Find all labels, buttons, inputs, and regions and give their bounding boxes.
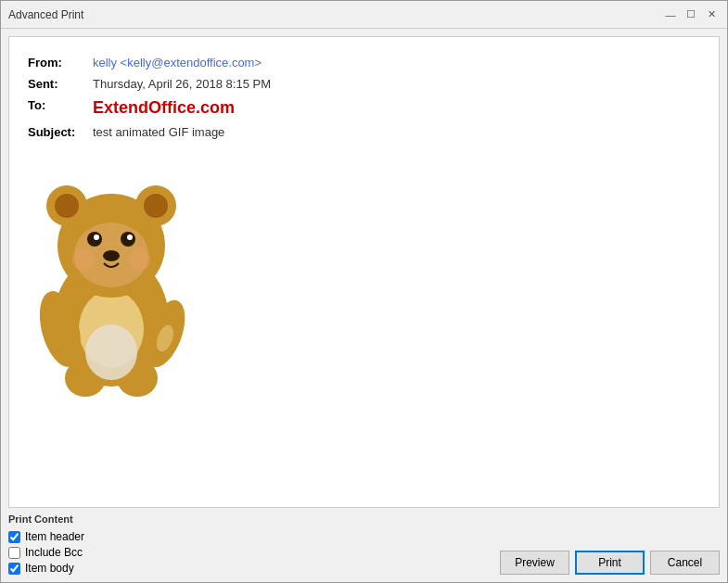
preview-button[interactable]: Preview	[500, 551, 569, 575]
print-content-label: Print Content	[8, 513, 84, 525]
svg-point-11	[127, 234, 133, 240]
svg-point-9	[94, 234, 99, 240]
action-buttons: Preview Print Cancel	[500, 547, 720, 575]
svg-point-13	[72, 248, 95, 271]
from-value: kelly <kelly@extendoffice.com>	[93, 52, 700, 73]
print-button[interactable]: Print	[575, 551, 645, 575]
cancel-button[interactable]: Cancel	[650, 551, 720, 575]
subject-label: Subject:	[28, 121, 93, 143]
include-bcc-checkbox[interactable]	[8, 547, 20, 559]
item-header-label: Item header	[25, 530, 84, 543]
window-title: Advanced Print	[8, 8, 83, 21]
email-header-table: From: kelly <kelly@extendoffice.com> Sen…	[28, 52, 700, 143]
maximize-button[interactable]: ☐	[683, 6, 699, 23]
bear-svg	[28, 158, 195, 399]
svg-point-6	[144, 194, 168, 218]
item-body-label: Item body	[25, 562, 74, 575]
email-preview-area: From: kelly <kelly@extendoffice.com> Sen…	[8, 36, 720, 508]
maximize-icon: ☐	[686, 8, 696, 20]
close-button[interactable]: ✕	[703, 6, 720, 23]
svg-point-19	[85, 324, 137, 380]
main-content: From: kelly <kelly@extendoffice.com> Sen…	[1, 29, 727, 582]
bear-image	[28, 158, 195, 399]
minimize-icon: ―	[666, 9, 676, 20]
minimize-button[interactable]: ―	[662, 6, 679, 23]
to-value: ExtendOffice.com	[93, 95, 700, 121]
item-header-checkbox-row[interactable]: Item header	[8, 530, 84, 543]
close-icon: ✕	[708, 8, 716, 20]
titlebar: Advanced Print ― ☐ ✕	[1, 1, 727, 29]
svg-point-4	[55, 194, 79, 218]
include-bcc-label: Include Bcc	[25, 546, 83, 559]
bottom-bar: Print Content Item header Include Bcc It…	[8, 513, 720, 575]
checkboxes-row: Item header Include Bcc Item body	[8, 530, 84, 575]
include-bcc-checkbox-row[interactable]: Include Bcc	[8, 546, 84, 559]
subject-row: Subject: test animated GIF image	[28, 121, 700, 143]
window-controls: ― ☐ ✕	[662, 6, 720, 23]
sent-row: Sent: Thursday, April 26, 2018 8:15 PM	[28, 73, 700, 95]
item-header-checkbox[interactable]	[8, 531, 20, 543]
from-label: From:	[28, 52, 93, 73]
item-body-checkbox[interactable]	[8, 563, 20, 575]
print-content-section: Print Content Item header Include Bcc It…	[8, 513, 84, 575]
item-body-checkbox-row[interactable]: Item body	[8, 562, 84, 575]
sent-value: Thursday, April 26, 2018 8:15 PM	[93, 73, 700, 95]
svg-point-12	[103, 250, 120, 261]
sent-label: Sent:	[28, 73, 93, 95]
from-row: From: kelly <kelly@extendoffice.com>	[28, 52, 700, 73]
to-row: To: ExtendOffice.com	[28, 95, 700, 121]
advanced-print-window: Advanced Print ― ☐ ✕ From: kelly <kelly@…	[0, 0, 728, 583]
to-label: To:	[28, 95, 93, 121]
subject-value: test animated GIF image	[93, 121, 700, 143]
svg-point-14	[128, 248, 150, 271]
